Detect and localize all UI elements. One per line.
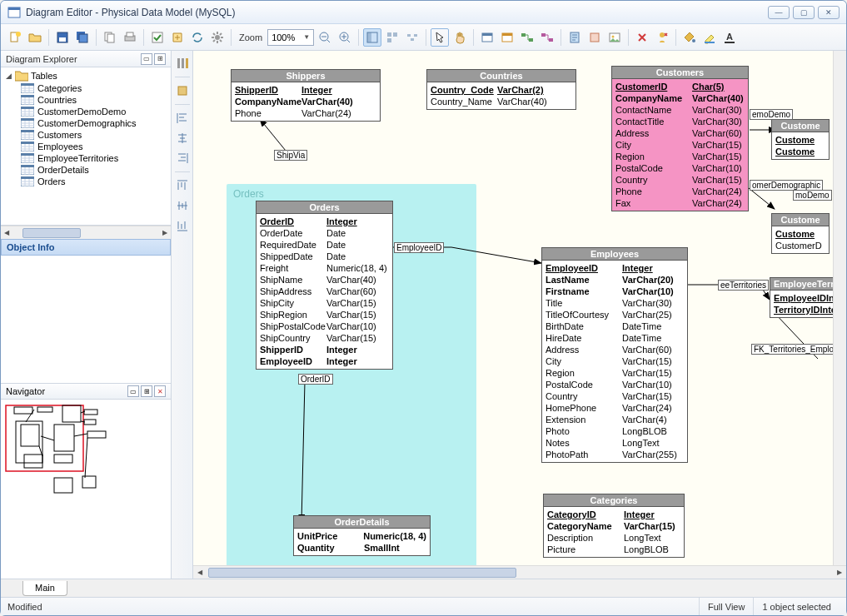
save-button[interactable] — [53, 28, 72, 47]
print-button[interactable] — [121, 28, 139, 47]
canvas-area[interactable]: Orders ShippersShipperIDIntegerCompanyNa… — [193, 51, 846, 579]
svg-rect-66 — [16, 421, 42, 463]
layout2-button[interactable] — [383, 28, 401, 47]
layout3-button[interactable] — [403, 28, 421, 47]
svg-point-36 — [660, 32, 665, 37]
relation-tool-button[interactable] — [518, 28, 536, 47]
save-all-button[interactable] — [73, 28, 92, 47]
svg-rect-30 — [541, 33, 546, 37]
font-color-button[interactable]: A — [720, 28, 739, 47]
entity-countries[interactable]: CountriesCountry_CodeVarChar(2)Country_N… — [426, 69, 576, 110]
tree-item-label: Categories — [37, 83, 82, 93]
navigator-header: Navigator ▭ ⊞ ✕ — [1, 383, 171, 400]
entity-categories[interactable]: CategoriesCategoryIDIntegerCategoryNameV… — [543, 494, 685, 558]
svg-rect-52 — [21, 142, 34, 144]
palette-insert-cols[interactable] — [173, 54, 192, 72]
tree-item[interactable]: Employees — [2, 141, 169, 152]
svg-rect-50 — [21, 130, 34, 132]
tree-item[interactable]: CustomerDemographics — [2, 117, 169, 129]
close-icon[interactable]: ✕ — [154, 385, 166, 397]
separator — [675, 29, 676, 46]
tree-item-label: Countries — [37, 95, 77, 105]
delete-button[interactable] — [633, 28, 651, 47]
close-button[interactable]: ✕ — [818, 6, 840, 19]
image-tool-button[interactable] — [605, 28, 624, 47]
pin-icon[interactable]: ⊞ — [154, 53, 166, 65]
navigator-canvas[interactable] — [4, 403, 162, 569]
entity-orders[interactable]: OrdersOrderIDIntegerOrderDateDateRequire… — [256, 201, 393, 370]
maximize-button[interactable]: ▢ — [793, 6, 815, 19]
entity-header: Countries — [427, 70, 575, 82]
zoom-out-button[interactable] — [316, 28, 334, 47]
layout1-button[interactable] — [363, 28, 381, 47]
sync-button[interactable] — [188, 28, 207, 47]
view-tool-button[interactable] — [498, 28, 516, 47]
canvas-vscroll[interactable] — [833, 51, 846, 565]
entity-body: UnitPriceNumeric(18, 4)QuantitySmallInt — [294, 529, 430, 555]
open-button[interactable] — [26, 28, 44, 47]
svg-rect-21 — [407, 34, 411, 37]
svg-rect-5 — [59, 37, 66, 42]
entity-customers[interactable]: CustomersCustomerIDChar(5)CompanyNameVar… — [611, 66, 749, 211]
check-button[interactable] — [148, 28, 167, 47]
delete2-button[interactable] — [653, 28, 671, 47]
svg-rect-40 — [725, 42, 735, 43]
entity-shippers[interactable]: ShippersShipperIDIntegerCompanyNameVarCh… — [231, 69, 381, 122]
gear-button[interactable] — [208, 28, 227, 47]
diagram-explorer-tree[interactable]: ◢ Tables CategoriesCountriesCustomerDemo… — [1, 67, 171, 226]
palette-align-right[interactable] — [173, 149, 192, 167]
tree-root-tables[interactable]: ◢ Tables — [2, 69, 169, 82]
tree-item[interactable]: CustomerDemoDemo — [2, 106, 169, 117]
tree-item[interactable]: EmployeeTerritories — [2, 152, 169, 164]
fill-button[interactable] — [680, 28, 699, 47]
entity-header: Orders — [257, 201, 392, 214]
minimize-button[interactable]: — — [768, 6, 790, 19]
palette-align-bottom[interactable] — [173, 216, 192, 235]
tree-item[interactable]: Orders — [2, 176, 169, 187]
navigator-body[interactable] — [1, 400, 171, 579]
tree-item[interactable]: Countries — [2, 94, 169, 106]
palette-align-center[interactable] — [173, 129, 192, 147]
pin-icon[interactable]: ⊞ — [141, 385, 152, 397]
restore-icon[interactable]: ▭ — [127, 385, 139, 397]
table-tool-button[interactable] — [478, 28, 496, 47]
rel-label-fkterritories: FK_Territories_Employee — [751, 344, 846, 355]
diagram-canvas[interactable]: Orders ShippersShipperIDIntegerCompanyNa… — [193, 51, 846, 579]
entity-orderdetails[interactable]: OrderDetailsUnitPriceNumeric(18, 4)Quant… — [293, 515, 431, 556]
palette-group[interactable] — [173, 82, 192, 100]
copy-button[interactable] — [101, 28, 119, 47]
window-title: Diagram Editor - Physical Data Model (My… — [26, 7, 768, 18]
relation2-tool-button[interactable] — [538, 28, 556, 47]
tab-main[interactable]: Main — [22, 581, 67, 596]
table-icon — [21, 95, 34, 105]
new-button[interactable] — [6, 28, 24, 47]
generate-button[interactable] — [168, 28, 187, 47]
palette-align-middle[interactable] — [173, 196, 192, 215]
tree-item[interactable]: Customers — [2, 129, 169, 141]
pointer-button[interactable] — [431, 28, 449, 47]
tree-item[interactable]: Categories — [2, 82, 169, 94]
stamp-tool-button[interactable] — [585, 28, 604, 47]
palette-align-top[interactable] — [173, 176, 192, 195]
folder-icon — [15, 70, 28, 82]
restore-icon[interactable]: ▭ — [141, 53, 152, 65]
tree-item-label: CustomerDemoDemo — [37, 107, 126, 117]
entity-custstub2[interactable]: CustomeCustomeCustomerD — [771, 213, 830, 254]
palette-align-left[interactable] — [173, 109, 192, 127]
entity-employees[interactable]: EmployeesEmployeeIDIntegerLastNameVarCha… — [541, 247, 688, 463]
note-tool-button[interactable] — [565, 28, 584, 47]
canvas-hscroll[interactable]: ◀▶ — [193, 565, 846, 579]
table-icon — [21, 165, 34, 175]
object-info-header[interactable]: Object Info — [1, 239, 171, 256]
entity-header: OrderDetails — [294, 516, 430, 529]
svg-rect-64 — [84, 420, 96, 425]
tree-item[interactable]: OrderDetails — [2, 164, 169, 176]
highlight-button[interactable] — [700, 28, 719, 47]
zoom-combo[interactable]: 100%▼ — [267, 29, 314, 46]
zoom-in-button[interactable] — [336, 28, 354, 47]
explorer-title: Diagram Explorer — [6, 54, 77, 64]
entity-custstub1[interactable]: CustomeCustomeCustome — [771, 119, 830, 160]
tree-hscroll[interactable]: ◀▶ — [1, 226, 171, 239]
titlebar[interactable]: Diagram Editor - Physical Data Model (My… — [1, 1, 846, 24]
hand-button[interactable] — [451, 28, 469, 47]
